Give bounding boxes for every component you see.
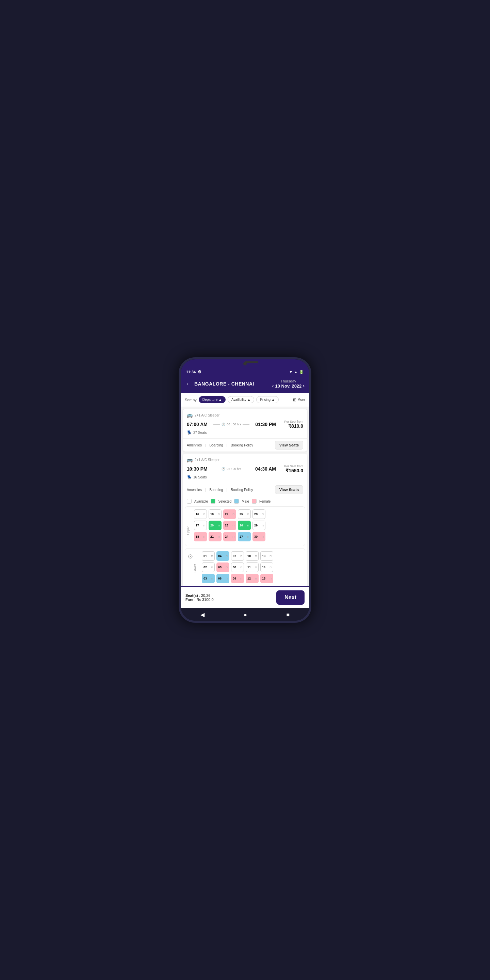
seat-29[interactable]: 29⊓: [253, 520, 266, 530]
bottom-bar: Seat(s) : 20,26 Fare : Rs 3100.0 Next: [181, 586, 309, 608]
legend-female-box: [252, 499, 256, 504]
header-date-value: 10 Nov, 2022: [275, 383, 302, 388]
boarding-link-1[interactable]: Boarding: [210, 443, 223, 447]
seat-19[interactable]: 19⊓: [208, 509, 221, 519]
bus-type-1: 2+1 A/C Sleeper: [195, 414, 220, 417]
nav-back-button[interactable]: ◀: [200, 611, 205, 618]
back-button[interactable]: ←: [185, 380, 192, 388]
legend-female-label: Female: [259, 500, 270, 503]
route-title: BANGALORE - CHENNAI: [194, 381, 254, 387]
seat-05[interactable]: 05⊓: [216, 563, 229, 572]
next-button[interactable]: Next: [276, 590, 305, 605]
seat-28[interactable]: 28⊓: [253, 509, 266, 519]
more-button[interactable]: ⊞ More: [293, 398, 305, 402]
clock-icon-1: 🕐: [221, 423, 225, 426]
legend-selected-box: [211, 499, 215, 504]
nav-bar: ◀ ● ■: [181, 608, 309, 620]
seat-14[interactable]: 14⊓: [260, 563, 273, 572]
steering-icon: ⊙: [188, 553, 193, 560]
lower-seat-rows: 01⊓ 04⊓ 07⊓ 10⊓ 13⊓ 02⊓ 05⊓ 08⊓: [202, 551, 273, 585]
legend-available-label: Available: [194, 500, 208, 503]
seats-value: 20,26: [201, 593, 211, 598]
seat-legend: Available Selected Male Female: [183, 496, 307, 506]
seat-10[interactable]: 10⊓: [246, 551, 259, 561]
price-label-1: Per Seat from: [279, 420, 303, 423]
status-time: 11:34: [186, 370, 196, 374]
depart-time-1: 07:00 AM: [187, 422, 208, 427]
seat-26[interactable]: 26⊓: [238, 520, 251, 530]
price-value-1: ₹810.0: [279, 423, 303, 429]
bus-icon-1: 🚌: [187, 412, 192, 418]
seat-20[interactable]: 20⊓: [208, 520, 221, 530]
nav-square-button[interactable]: ■: [286, 612, 290, 618]
prev-date-button[interactable]: ‹: [272, 383, 274, 388]
seat-13[interactable]: 13⊓: [260, 551, 273, 561]
view-seats-button-1[interactable]: View Seats: [275, 441, 303, 450]
seats-label: Seat(s): [185, 593, 198, 598]
duration-1: 06 : 30 hrs: [227, 423, 241, 426]
seat-12[interactable]: 12⊓: [246, 574, 259, 583]
legend-male-label: Male: [242, 500, 249, 503]
header-day: Thursday: [272, 379, 305, 383]
upper-deck-section: Upper 16⊓ 19⊓ 22⊓ 25⊓ 28⊓ 17⊓: [183, 506, 307, 586]
sort-chip-pricing[interactable]: Pricing ▲: [256, 396, 278, 403]
amenities-link-1[interactable]: Amenities: [187, 443, 202, 447]
booking-policy-link-1[interactable]: Booking Policy: [231, 443, 253, 447]
seat-30[interactable]: 30⊓: [253, 532, 266, 541]
seat-09[interactable]: 09⊓: [231, 574, 244, 583]
battery-icon: 🔋: [299, 370, 304, 374]
bus-type-2: 2+1 A/C Sleeper: [195, 458, 220, 462]
sort-bar: Sort by Departure ▲ Availibility ▲ Prici…: [181, 393, 309, 407]
seat-icon-1: 💺: [187, 430, 192, 435]
view-seats-button-2[interactable]: View Seats: [275, 485, 303, 494]
fare-label: Fare: [185, 598, 193, 601]
nav-home-button[interactable]: ●: [243, 612, 247, 618]
seat-07[interactable]: 07⊓: [231, 551, 244, 561]
fare-value: Rs 3100.0: [196, 598, 213, 601]
price-value-2: ₹1550.0: [279, 468, 303, 473]
seat-16[interactable]: 16⊓: [194, 509, 207, 519]
seat-08[interactable]: 08⊓: [231, 563, 244, 572]
bus-icon-2: 🚌: [187, 457, 192, 463]
bus-card-2: 🚌 2+1 A/C Sleeper 10:30 PM 🕐 06 : 00 hrs: [183, 453, 307, 586]
seat-17[interactable]: 17⊓: [194, 520, 207, 530]
upper-deck-label: Upper: [186, 527, 190, 535]
seat-icon-2: 💺: [187, 475, 192, 479]
sort-chip-availability[interactable]: Availibility ▲: [228, 396, 254, 403]
wifi-icon: ▼: [289, 370, 293, 374]
seat-03[interactable]: 03⊓: [202, 574, 215, 583]
seat-11[interactable]: 11⊓: [246, 563, 259, 572]
main-content: Sort by Departure ▲ Availibility ▲ Prici…: [181, 393, 309, 586]
seat-27[interactable]: 27⊓: [238, 532, 251, 541]
seat-24[interactable]: 24⊓: [223, 532, 236, 541]
seat-23[interactable]: 23⊓: [223, 520, 236, 530]
seat-04[interactable]: 04⊓: [216, 551, 229, 561]
seats-count-2: 16 Seats: [193, 476, 207, 479]
next-date-button[interactable]: ›: [303, 383, 305, 388]
status-bar-left: 11:34 ⚙: [186, 369, 202, 374]
status-bar-right: ▼ ▲ 🔋: [289, 370, 304, 374]
seat-22[interactable]: 22⊓: [223, 509, 236, 519]
amenities-link-2[interactable]: Amenities: [187, 488, 202, 492]
seat-01[interactable]: 01⊓: [202, 551, 215, 561]
seat-21[interactable]: 21⊓: [208, 532, 221, 541]
legend-male-box: [234, 499, 239, 504]
sort-chip-departure[interactable]: Departure ▲: [199, 396, 226, 403]
boarding-link-2[interactable]: Boarding: [210, 488, 223, 492]
seat-06[interactable]: 06⊓: [216, 574, 229, 583]
depart-time-2: 10:30 PM: [187, 466, 208, 472]
legend-available-box: [187, 499, 192, 504]
legend-selected-label: Selected: [218, 500, 231, 503]
upper-deck: Upper 16⊓ 19⊓ 22⊓ 25⊓ 28⊓ 17⊓: [185, 506, 305, 546]
bus-card-1: 🚌 2+1 A/C Sleeper 07:00 AM 🕐 06 : 30 hrs: [183, 409, 307, 452]
arrive-time-1: 01:30 PM: [255, 422, 276, 427]
duration-2: 06 : 00 hrs: [227, 467, 241, 471]
booking-policy-link-2[interactable]: Booking Policy: [231, 488, 253, 492]
header: ← BANGALORE - CHENNAI Thursday ‹ 10 Nov,…: [181, 375, 309, 393]
seat-15[interactable]: 15⊓: [260, 574, 273, 583]
settings-icon: ⚙: [198, 369, 202, 374]
arrive-time-2: 04:30 AM: [255, 466, 276, 472]
seat-25[interactable]: 25⊓: [238, 509, 251, 519]
seat-02[interactable]: 02⊓: [202, 563, 215, 572]
seat-18[interactable]: 18⊓: [194, 532, 207, 541]
